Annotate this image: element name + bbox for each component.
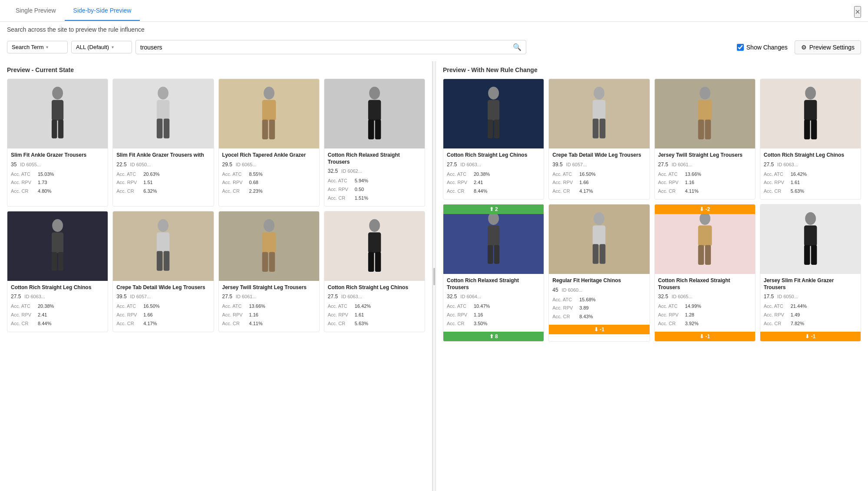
svg-point-44 — [805, 87, 816, 99]
search-input[interactable] — [140, 44, 513, 51]
product-price: 32.5 — [658, 293, 668, 300]
search-term-label: Search Term — [12, 44, 43, 50]
product-card[interactable]: ⬇ -2 Cotton Rich Relaxed Straight Trouse… — [654, 204, 756, 342]
product-name: Crepe Tab Detail Wide Leg Trousers — [552, 152, 646, 159]
product-card[interactable]: Slim Fit Ankle Grazer Trousers 35 ID 605… — [7, 79, 108, 207]
product-name: Cotton Rich Straight Leg Chinos — [764, 152, 857, 159]
product-name: Cotton Rich Relaxed Straight Trousers — [447, 277, 540, 291]
preview-settings-button[interactable]: ⚙ Preview Settings — [795, 40, 861, 54]
svg-rect-13 — [368, 100, 381, 121]
show-changes-checkbox[interactable] — [737, 44, 744, 51]
svg-rect-31 — [375, 252, 381, 271]
product-image — [219, 79, 319, 148]
svg-rect-51 — [494, 245, 499, 264]
product-card[interactable]: Lyocel Rich Tapered Ankle Grazer 29.5 ID… — [218, 79, 320, 207]
product-info: Jersey Slim Fit Ankle Grazer Trousers 17… — [760, 274, 861, 332]
product-card[interactable]: Jersey Slim Fit Ankle Grazer Trousers 17… — [760, 204, 861, 342]
product-card[interactable]: Slim Fit Ankle Grazer Trousers with 22.5… — [112, 79, 214, 207]
svg-point-20 — [158, 219, 168, 231]
product-image — [324, 211, 425, 281]
product-card[interactable]: Cotton Rich Straight Leg Chinos 27.5 ID … — [443, 79, 544, 200]
svg-rect-22 — [157, 251, 163, 270]
close-button[interactable]: × — [854, 6, 861, 18]
product-card[interactable]: Crepe Tab Detail Wide Leg Trousers 39.5 … — [112, 211, 214, 332]
left-panel: Preview - Current State Slim Fit Ankle G… — [0, 61, 432, 491]
svg-rect-59 — [705, 245, 711, 265]
product-stats: Acc. ATC21.44% Acc. RPV1.49 Acc. CR7.82% — [764, 302, 857, 328]
svg-rect-41 — [698, 100, 712, 121]
right-product-grid: Cotton Rich Straight Leg Chinos 27.5 ID … — [443, 79, 861, 342]
product-info: Cotton Rich Relaxed Straight Trousers 32… — [324, 148, 425, 206]
tab-single-preview[interactable]: Single Preview — [7, 1, 65, 21]
svg-rect-58 — [698, 245, 704, 265]
product-id: ID 6063... — [460, 162, 481, 167]
product-image — [549, 79, 649, 148]
svg-rect-50 — [488, 245, 493, 264]
product-info: Cotton Rich Relaxed Straight Trousers 32… — [655, 274, 755, 332]
svg-rect-30 — [368, 252, 374, 271]
svg-rect-29 — [368, 232, 381, 253]
svg-rect-14 — [368, 120, 374, 139]
svg-rect-26 — [262, 252, 268, 271]
product-price: 27.5 — [328, 293, 338, 300]
svg-point-28 — [369, 219, 380, 231]
product-card[interactable]: Regular Fit Heritage Chinos 45 ID 6060..… — [548, 204, 650, 342]
product-image — [219, 211, 319, 281]
product-name: Cotton Rich Straight Leg Chinos — [11, 284, 104, 291]
product-price: 27.5 — [11, 293, 21, 300]
product-price: 45 — [552, 287, 558, 293]
search-button[interactable]: 🔍 — [513, 43, 521, 51]
product-card[interactable]: Cotton Rich Relaxed Straight Trousers 32… — [324, 79, 425, 207]
svg-rect-37 — [593, 100, 605, 119]
product-stats: Acc. ATC15.68% Acc. RPV3.89 Acc. CR8.43% — [552, 296, 646, 321]
product-name: Slim Fit Ankle Grazer Trousers — [11, 152, 104, 159]
product-info: Regular Fit Heritage Chinos 45 ID 6060..… — [549, 274, 649, 325]
svg-point-36 — [594, 87, 604, 99]
product-stats: Acc. ATC5.94% Acc. RPV0.50 Acc. CR1.51% — [328, 177, 421, 202]
bottom-badge: ⬇ -1 — [760, 332, 861, 341]
product-id: ID 6065... — [236, 162, 257, 167]
product-card[interactable]: ⬆ 2 Cotton Rich Relaxed Straight Trouser… — [443, 204, 544, 342]
svg-rect-11 — [269, 120, 275, 139]
product-price: 39.5 — [116, 293, 126, 300]
svg-rect-35 — [494, 120, 499, 138]
show-changes-label[interactable]: Show Changes — [737, 44, 788, 51]
product-name: Cotton Rich Straight Leg Chinos — [328, 284, 421, 291]
search-scope-dropdown[interactable]: ALL (Default) ▾ — [71, 41, 132, 53]
svg-rect-1 — [52, 100, 63, 121]
svg-rect-43 — [705, 120, 711, 139]
svg-rect-46 — [804, 120, 810, 139]
product-id: ID 6062... — [341, 168, 362, 174]
product-price: 29.5 — [222, 161, 232, 168]
product-info: Crepe Tab Detail Wide Leg Trousers 39.5 … — [549, 148, 649, 199]
product-stats: Acc. ATC13.66% Acc. RPV1.16 Acc. CR4.11% — [222, 302, 316, 328]
product-image — [760, 204, 861, 274]
product-stats: Acc. ATC20.38% Acc. RPV2.41 Acc. CR8.44% — [11, 302, 104, 328]
product-stats: Acc. ATC10.47% Acc. RPV1.16 Acc. CR3.50% — [447, 302, 540, 328]
bottom-badge: ⬇ -1 — [549, 325, 649, 334]
preview-settings-label: Preview Settings — [809, 44, 855, 51]
tab-side-by-side[interactable]: Side-by-Side Preview — [65, 1, 140, 21]
svg-rect-54 — [593, 244, 599, 264]
product-card[interactable]: Crepe Tab Detail Wide Leg Trousers 39.5 … — [548, 79, 650, 200]
product-id: ID 6055... — [20, 162, 41, 167]
product-card[interactable]: Cotton Rich Straight Leg Chinos 27.5 ID … — [7, 211, 108, 332]
search-term-dropdown[interactable]: Search Term ▾ — [7, 41, 68, 53]
search-term-arrow: ▾ — [46, 45, 48, 49]
svg-point-60 — [805, 212, 816, 225]
product-name: Regular Fit Heritage Chinos — [552, 277, 646, 284]
svg-point-8 — [264, 87, 274, 99]
product-card[interactable]: Jersey Twill Straight Leg Trousers 27.5 … — [654, 79, 756, 200]
tab-bar: Single Preview Side-by-Side Preview × — [0, 0, 868, 22]
product-meta: 27.5 ID 6063... — [447, 161, 540, 168]
product-card[interactable]: Cotton Rich Straight Leg Chinos 27.5 ID … — [760, 79, 861, 200]
product-meta: 32.5 ID 6064... — [447, 293, 540, 300]
product-card[interactable]: Jersey Twill Straight Leg Trousers 27.5 … — [218, 211, 320, 332]
product-id: ID 6065... — [672, 294, 693, 299]
svg-point-12 — [369, 87, 380, 99]
product-info: Jersey Twill Straight Leg Trousers 27.5 … — [219, 281, 319, 332]
product-card[interactable]: Cotton Rich Straight Leg Chinos 27.5 ID … — [324, 211, 425, 332]
svg-rect-45 — [804, 100, 817, 121]
svg-rect-53 — [593, 225, 605, 245]
svg-rect-25 — [262, 232, 276, 253]
